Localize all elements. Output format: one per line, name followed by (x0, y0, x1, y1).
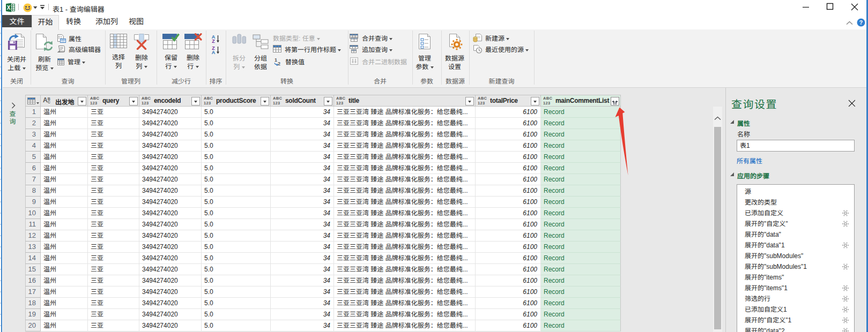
svg-text:A: A (212, 50, 216, 55)
svg-text:2: 2 (278, 61, 280, 66)
svg-text:Z: Z (212, 39, 215, 43)
svg-text:?: ? (859, 19, 863, 26)
svg-text:X: X (7, 5, 11, 11)
svg-text:1: 1 (275, 57, 277, 63)
